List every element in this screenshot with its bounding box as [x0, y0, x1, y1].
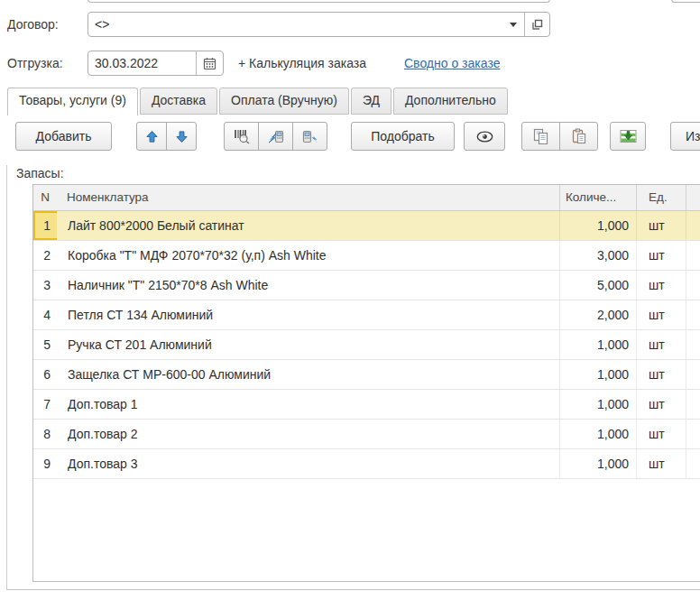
- cell-nomenclature[interactable]: Коробка "Т" МДФ 2070*70*32 (у,п) Ash Whi…: [57, 241, 560, 270]
- cell-unit[interactable]: шт: [637, 360, 686, 389]
- shipment-label: Отгрузка:: [7, 51, 63, 76]
- cell-rest: [686, 360, 700, 389]
- cell-nomenclature[interactable]: Ручка СТ 201 Алюминий: [57, 330, 560, 359]
- column-header-qty[interactable]: Количе...: [560, 185, 637, 210]
- cell-quantity[interactable]: 1,000: [560, 330, 637, 359]
- view-button[interactable]: [464, 122, 505, 151]
- tab-additional[interactable]: Дополнительно: [393, 88, 508, 115]
- cell-nomenclature[interactable]: Доп.товар 3: [57, 449, 560, 478]
- edit-button[interactable]: Из: [670, 122, 700, 151]
- cell-quantity[interactable]: 1,000: [560, 390, 637, 419]
- cell-quantity[interactable]: 2,000: [560, 300, 637, 329]
- cell-number[interactable]: 1: [33, 211, 57, 240]
- cell-unit[interactable]: шт: [637, 390, 686, 419]
- cell-unit[interactable]: шт: [637, 420, 686, 448]
- move-up-button[interactable]: [136, 122, 167, 151]
- table-row[interactable]: 9 Доп.товар 3 1,000 шт: [33, 449, 700, 479]
- shipment-date-value[interactable]: 30.03.2022: [88, 51, 196, 75]
- table-row[interactable]: 4 Петля СТ 134 Алюминий 2,000 шт: [33, 300, 700, 330]
- copy-button[interactable]: [521, 122, 560, 151]
- barcode-group: [224, 122, 327, 151]
- cell-rest: [686, 330, 700, 359]
- cell-number[interactable]: 8: [33, 420, 57, 448]
- column-header-n[interactable]: N: [33, 185, 57, 210]
- table-row[interactable]: 5 Ручка СТ 201 Алюминий 1,000 шт: [33, 330, 700, 360]
- fill-table-icon: [620, 129, 637, 143]
- cell-nomenclature[interactable]: Доп.товар 2: [57, 420, 560, 448]
- cell-rest: [686, 420, 700, 448]
- table-row[interactable]: 7 Доп.товар 1 1,000 шт: [33, 390, 700, 420]
- cell-number[interactable]: 5: [33, 330, 57, 359]
- cell-quantity[interactable]: 5,000: [560, 271, 637, 300]
- calendar-button[interactable]: [197, 51, 223, 75]
- cutoff-field-top: [88, 0, 550, 3]
- contract-value[interactable]: <>: [88, 13, 502, 36]
- arrow-down-icon: [175, 130, 189, 143]
- cell-number[interactable]: 4: [33, 300, 57, 329]
- move-group: [136, 122, 197, 151]
- cell-rest: [686, 300, 700, 329]
- cell-nomenclature[interactable]: Защелка СТ МР-600-00 Алюминий: [57, 360, 560, 389]
- inventory-table: N Номенклатура Количе... Ед. 1 Лайт 800*…: [32, 184, 700, 582]
- paste-button[interactable]: [559, 122, 598, 151]
- column-header-unit[interactable]: Ед.: [637, 185, 686, 210]
- cell-unit[interactable]: шт: [637, 330, 686, 359]
- table-row[interactable]: 2 Коробка "Т" МДФ 2070*70*32 (у,п) Ash W…: [33, 241, 700, 271]
- cell-quantity[interactable]: 1,000: [560, 360, 637, 389]
- add-button[interactable]: Добавить: [15, 122, 112, 151]
- contract-open-button[interactable]: [525, 13, 549, 36]
- tab-payment[interactable]: Оплата (Вручную): [219, 88, 349, 115]
- tab-goods-services[interactable]: Товары, услуги (9): [7, 88, 138, 115]
- order-summary-link[interactable]: Сводно о заказе: [404, 51, 500, 76]
- cutoff-button-top: [671, 0, 700, 3]
- cell-number[interactable]: 2: [33, 241, 57, 270]
- move-down-button[interactable]: [166, 122, 197, 151]
- table-row[interactable]: 1 Лайт 800*2000 Белый сатинат 1,000 шт: [33, 211, 700, 241]
- cell-unit[interactable]: шт: [637, 449, 686, 478]
- barcode-search-icon: [234, 129, 250, 144]
- cell-rest: [686, 390, 700, 419]
- cell-quantity[interactable]: 1,000: [560, 211, 637, 240]
- order-form: Договор: <> Отгрузка: 30.03.2022: [0, 0, 700, 600]
- cell-quantity[interactable]: 1,000: [560, 449, 637, 478]
- order-calculation-toggle[interactable]: + Калькуляция заказа: [238, 51, 366, 76]
- cell-number[interactable]: 3: [33, 271, 57, 300]
- cell-unit[interactable]: шт: [637, 241, 686, 270]
- tab-ed[interactable]: ЭД: [351, 88, 391, 115]
- terminal-upload-button[interactable]: [258, 122, 293, 151]
- table-row[interactable]: 3 Наличник "Т" 2150*70*8 Ash White 5,000…: [33, 271, 700, 300]
- cell-quantity[interactable]: 1,000: [560, 420, 637, 448]
- cell-nomenclature[interactable]: Наличник "Т" 2150*70*8 Ash White: [57, 271, 560, 300]
- fill-table-button[interactable]: [610, 122, 646, 151]
- clipboard-group: [521, 122, 598, 151]
- table-row[interactable]: 8 Доп.товар 2 1,000 шт: [33, 420, 700, 449]
- shipment-date-field[interactable]: 30.03.2022: [88, 51, 224, 76]
- table-empty-area[interactable]: [33, 479, 700, 581]
- contract-field[interactable]: <>: [88, 12, 550, 37]
- arrow-up-icon: [145, 130, 159, 143]
- cell-number[interactable]: 6: [33, 360, 57, 389]
- contract-dropdown-button[interactable]: [502, 13, 524, 36]
- terminal-upload-icon: [268, 129, 284, 144]
- cell-number[interactable]: 9: [33, 449, 57, 478]
- cell-unit[interactable]: шт: [637, 300, 686, 329]
- paste-icon: [571, 128, 586, 144]
- cell-unit[interactable]: шт: [637, 271, 686, 300]
- barcode-search-button[interactable]: [224, 122, 259, 151]
- tab-bar: Товары, услуги (9) Доставка Оплата (Вруч…: [7, 88, 700, 115]
- column-header-name[interactable]: Номенклатура: [57, 185, 560, 210]
- cell-number[interactable]: 7: [33, 390, 57, 419]
- cell-nomenclature[interactable]: Лайт 800*2000 Белый сатинат: [57, 211, 560, 240]
- cell-unit[interactable]: шт: [637, 211, 686, 240]
- pick-button[interactable]: Подобрать: [351, 122, 455, 151]
- contract-label: Договор:: [7, 12, 59, 37]
- cell-rest: [686, 211, 700, 240]
- eye-icon: [476, 131, 493, 143]
- tab-delivery[interactable]: Доставка: [140, 88, 217, 115]
- cell-nomenclature[interactable]: Доп.товар 1: [57, 390, 560, 419]
- cell-nomenclature[interactable]: Петля СТ 134 Алюминий: [57, 300, 560, 329]
- terminal-download-button[interactable]: [292, 122, 327, 151]
- cell-quantity[interactable]: 3,000: [560, 241, 637, 270]
- table-row[interactable]: 6 Защелка СТ МР-600-00 Алюминий 1,000 шт: [33, 360, 700, 390]
- cell-rest: [686, 449, 700, 478]
